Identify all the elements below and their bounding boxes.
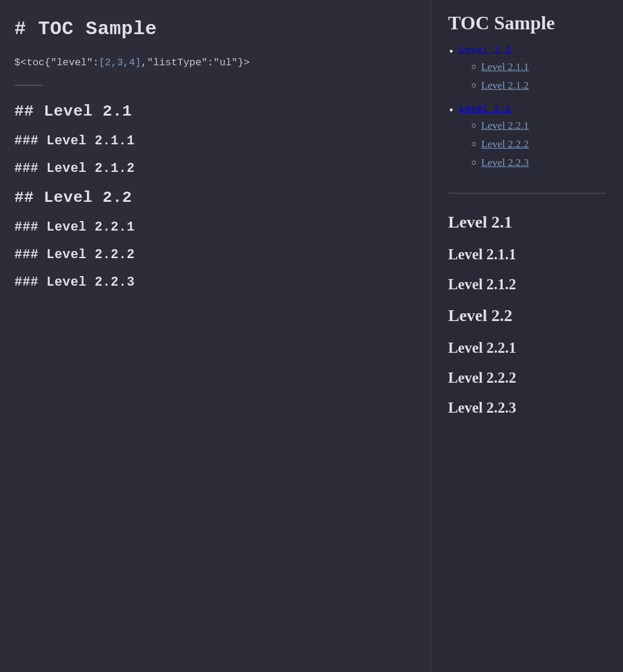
rendered-heading-221: Level 2.2.1 xyxy=(448,340,606,356)
bullet-icon-21: • xyxy=(448,46,455,58)
sub-bullet-icon-221: ○ xyxy=(471,121,477,131)
toc-link-22[interactable]: Level 2.2 xyxy=(459,104,511,114)
toc-item-223: ○ Level 2.2.3 xyxy=(471,156,529,169)
toc-section: TOC Sample • Level 2.1 ○ Level 2.1.1 ○ L… xyxy=(448,12,606,193)
editor-heading-3-2-3: ### Level 2.2.3 xyxy=(14,275,416,289)
toc-item-21: • Level 2.1 ○ Level 2.1.1 ○ Level 2.1.2 xyxy=(448,45,606,98)
rendered-heading-222: Level 2.2.2 xyxy=(448,370,606,386)
toc-item-212: ○ Level 2.1.2 xyxy=(471,79,529,92)
sub-bullet-icon-211: ○ xyxy=(471,62,477,72)
sub-bullet-icon-212: ○ xyxy=(471,81,477,90)
sub-bullet-icon-223: ○ xyxy=(471,158,477,168)
editor-divider xyxy=(14,85,43,86)
rendered-heading-211: Level 2.1.1 xyxy=(448,246,606,263)
editor-heading-3-1-1: ### Level 2.1.1 xyxy=(14,134,416,148)
toc-item-222: ○ Level 2.2.2 xyxy=(471,138,529,150)
toc-link-211[interactable]: Level 2.1.1 xyxy=(481,60,529,73)
code-prefix: $<toc{"level": xyxy=(14,57,99,68)
code-bracket: [2,3,4] xyxy=(99,57,141,68)
rendered-heading-22: Level 2.2 xyxy=(448,306,606,325)
bullet-icon-22: • xyxy=(448,105,455,117)
editor-heading-3-1-2: ### Level 2.1.2 xyxy=(14,161,416,175)
rendered-panel: TOC Sample • Level 2.1 ○ Level 2.1.1 ○ L… xyxy=(431,0,623,672)
editor-heading-3-2-1: ### Level 2.2.1 xyxy=(14,220,416,234)
editor-heading-2-2: ## Level 2.2 xyxy=(14,189,416,207)
toc-sublist-22: ○ Level 2.2.1 ○ Level 2.2.2 ○ Level 2.2.… xyxy=(471,119,529,169)
toc-link-21[interactable]: Level 2.1 xyxy=(459,45,511,56)
toc-link-221[interactable]: Level 2.2.1 xyxy=(481,119,529,132)
editor-panel: # TOC Sample $<toc{"level":[2,3,4],"list… xyxy=(0,0,431,672)
rendered-heading-223: Level 2.2.3 xyxy=(448,399,606,416)
code-suffix: ,"listType":"ul"}> xyxy=(141,57,250,68)
toc-sublist-21: ○ Level 2.1.1 ○ Level 2.1.2 xyxy=(471,60,529,92)
editor-heading-2-1: ## Level 2.1 xyxy=(14,102,416,120)
toc-item-22: • Level 2.2 ○ Level 2.2.1 ○ Level 2.2.2 xyxy=(448,104,606,175)
toc-item-211: ○ Level 2.1.1 xyxy=(471,60,529,73)
toc-item-221: ○ Level 2.2.1 xyxy=(471,119,529,132)
sub-bullet-icon-222: ○ xyxy=(471,140,477,149)
toc-heading: TOC Sample xyxy=(448,12,606,34)
editor-heading-1: # TOC Sample xyxy=(14,18,416,40)
rendered-heading-21: Level 2.1 xyxy=(448,213,606,232)
editor-heading-3-2-2: ### Level 2.2.2 xyxy=(14,247,416,262)
toc-link-212[interactable]: Level 2.1.2 xyxy=(481,79,529,92)
toc-list: • Level 2.1 ○ Level 2.1.1 ○ Level 2.1.2 xyxy=(448,45,606,175)
toc-link-223[interactable]: Level 2.2.3 xyxy=(481,156,529,169)
rendered-heading-212: Level 2.1.2 xyxy=(448,276,606,293)
toc-link-222[interactable]: Level 2.2.2 xyxy=(481,138,529,150)
editor-toc-code: $<toc{"level":[2,3,4],"listType":"ul"}> xyxy=(14,57,416,68)
rendered-headings-section: Level 2.1 Level 2.1.1 Level 2.1.2 Level … xyxy=(448,210,606,416)
